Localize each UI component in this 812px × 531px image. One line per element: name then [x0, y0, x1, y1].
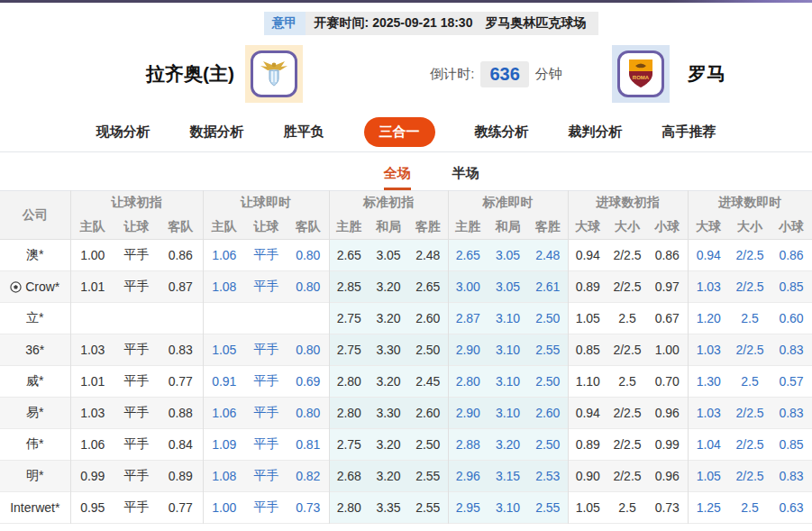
odds-cell-standard-initial-2: 2.65: [408, 271, 448, 303]
odds-cell-handicap-initial-1: 平手: [114, 334, 159, 366]
odds-cell-standard-initial-1: 3.20: [369, 303, 408, 334]
tab-expert-picks[interactable]: 高手推荐: [662, 124, 716, 141]
company-name[interactable]: Interwet*: [0, 492, 70, 524]
odds-cell-goals-live-2: 0.60: [771, 303, 812, 334]
odds-cell-goals-initial-1: 2.5: [607, 492, 647, 524]
odds-cell-goals-initial-2: 0.99: [647, 429, 688, 461]
company-name-label: 澳*: [26, 247, 43, 261]
company-name-label: 36*: [25, 343, 44, 357]
subtab-full-match[interactable]: 全场: [384, 165, 411, 190]
odds-cell-goals-live-0: 1.04: [688, 429, 729, 461]
odds-cell-standard-initial-2: 2.50: [408, 429, 448, 461]
odds-cell-standard-live-2: 2.53: [528, 461, 568, 492]
odds-cell-goals-live-2: 0.57: [771, 366, 812, 398]
odds-cell-handicap-live-0: 1.08: [203, 461, 245, 492]
company-name[interactable]: 伟*: [0, 429, 70, 461]
odds-cell-handicap-live-2: 0.80: [287, 240, 329, 271]
kickoff-time: 2025-09-21 18:30: [372, 15, 472, 30]
odds-cell-standard-live-0: 2.95: [448, 492, 488, 524]
odds-cell-standard-live-1: 3.05: [488, 271, 528, 303]
odds-cell-standard-initial-1: 3.20: [369, 271, 408, 303]
odds-cell-handicap-initial-2: 0.87: [159, 271, 203, 303]
odds-cell-standard-live-0: 2.80: [448, 366, 488, 398]
odds-cell-standard-initial-2: 2.48: [408, 240, 448, 271]
company-name[interactable]: 易*: [0, 398, 70, 429]
group-header-standard-live: 标准即时: [448, 191, 568, 215]
odds-cell-standard-live-1: 3.10: [488, 492, 528, 524]
odds-cell-standard-initial-2: 2.60: [408, 398, 448, 429]
tab-coach-analysis[interactable]: 教练分析: [475, 124, 529, 141]
countdown: 倒计时: 636 分钟: [344, 61, 648, 87]
countdown-unit: 分钟: [535, 66, 562, 83]
odds-cell-handicap-live-0: 1.06: [203, 240, 245, 271]
odds-cell-standard-initial-2: 2.50: [408, 334, 448, 366]
subcol-header-handicap-initial-2: 客队: [159, 215, 203, 240]
odds-cell-goals-live-2: 0.85: [771, 271, 812, 303]
odds-cell-goals-live-1: 2/2.5: [729, 429, 771, 461]
company-name[interactable]: Crow*: [0, 271, 70, 303]
odds-cell-standard-live-2: 2.55: [528, 334, 568, 366]
odds-cell-handicap-initial-1: 平手: [114, 271, 159, 303]
company-name[interactable]: 36*: [0, 334, 70, 366]
subcol-header-handicap-live-2: 客队: [287, 215, 329, 240]
odds-cell-goals-initial-0: 0.94: [568, 398, 607, 429]
odds-cell-goals-live-1: 2.5: [729, 492, 771, 524]
odds-cell-goals-initial-0: 1.05: [568, 303, 607, 334]
tab-referee-analysis[interactable]: 裁判分析: [569, 124, 623, 141]
odds-row: 明*0.99平手0.891.08平手0.822.683.202.552.963.…: [0, 461, 812, 492]
odds-cell-handicap-initial-2: 0.84: [159, 429, 203, 461]
company-name-label: 立*: [26, 310, 43, 325]
odds-cell-standard-initial-1: 3.20: [369, 429, 408, 461]
tab-data-analysis[interactable]: 数据分析: [190, 124, 244, 141]
company-name[interactable]: 立*: [0, 303, 70, 334]
odds-cell-handicap-live-2: 0.80: [287, 334, 329, 366]
subcol-header-goals-live-2: 小球: [771, 215, 812, 240]
odds-cell-handicap-initial-1: [114, 303, 159, 334]
odds-cell-handicap-initial-2: 0.77: [159, 366, 203, 398]
league-badge[interactable]: 意甲: [264, 12, 306, 35]
odds-cell-handicap-initial-1: 平手: [114, 492, 159, 524]
odds-cell-goals-live-0: 1.25: [688, 492, 729, 524]
odds-cell-goals-initial-0: 0.85: [568, 334, 607, 366]
top-accent-line: [0, 0, 812, 3]
odds-cell-standard-live-1: 3.20: [488, 429, 528, 461]
tab-live-analysis[interactable]: 现场分析: [96, 124, 151, 141]
odds-cell-goals-initial-1: 2.5: [607, 303, 647, 334]
company-name[interactable]: 澳*: [0, 240, 70, 271]
odds-cell-handicap-initial-1: 平手: [114, 366, 159, 398]
company-name[interactable]: 明*: [0, 461, 70, 492]
odds-cell-standard-initial-0: 2.75: [329, 429, 369, 461]
odds-cell-handicap-initial-1: 平手: [114, 461, 159, 492]
odds-cell-handicap-live-0: 1.00: [203, 492, 245, 524]
odds-cell-standard-initial-1: 3.20: [369, 461, 408, 492]
odds-cell-goals-initial-0: 1.05: [568, 492, 607, 524]
odds-cell-standard-live-1: 3.10: [488, 366, 528, 398]
subcol-header-standard-initial-2: 客胜: [408, 215, 448, 240]
tab-three-in-one[interactable]: 三合一: [364, 117, 435, 147]
subcol-header-handicap-initial-1: 让球: [114, 215, 159, 240]
subcol-header-goals-initial-2: 小球: [647, 215, 688, 240]
odds-cell-goals-live-0: 1.05: [688, 461, 729, 492]
odds-cell-standard-initial-0: 2.85: [329, 271, 369, 303]
subtab-half-match[interactable]: 半场: [452, 165, 479, 190]
odds-cell-handicap-live-0: 1.05: [203, 334, 245, 366]
odds-cell-handicap-live-1: [245, 303, 287, 334]
odds-cell-goals-initial-2: 0.86: [647, 240, 688, 271]
tab-win-draw-lose[interactable]: 胜平负: [284, 124, 324, 141]
company-column-header: 公司: [0, 191, 70, 240]
away-team-name: 罗马: [675, 61, 783, 87]
home-team-badge: [245, 45, 303, 103]
odds-cell-goals-initial-2: 0.67: [647, 303, 688, 334]
tab-bar: 现场分析数据分析胜平负三合一教练分析裁判分析高手推荐: [0, 113, 812, 152]
odds-cell-goals-initial-1: 2/2.5: [607, 461, 647, 492]
odds-cell-handicap-initial-0: 0.95: [70, 492, 114, 524]
odds-cell-handicap-live-1: 平手: [245, 492, 287, 524]
odds-cell-standard-live-0: 2.90: [448, 398, 488, 429]
company-name[interactable]: 威*: [0, 366, 70, 398]
odds-cell-goals-live-1: 2.5: [729, 366, 771, 398]
soccer-ball-icon: [10, 281, 22, 293]
odds-cell-standard-live-2: 2.55: [528, 492, 568, 524]
odds-cell-handicap-live-0: 1.06: [203, 398, 245, 429]
lazio-eagle-icon: [258, 58, 290, 90]
odds-cell-standard-initial-0: 2.80: [329, 492, 369, 524]
